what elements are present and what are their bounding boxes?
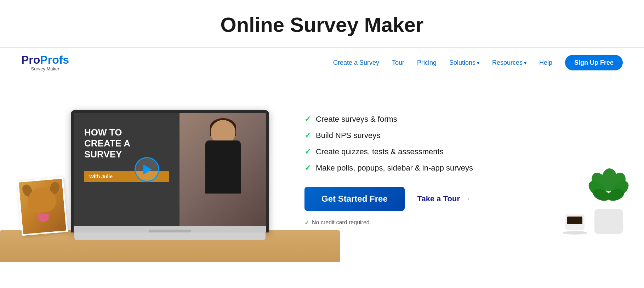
video-title: HOW TO CREATE A SURVEY [84, 127, 169, 160]
feature-text-2: Build NPS surveys [316, 131, 380, 140]
cup-body [565, 214, 585, 230]
page-heading: Online Survey Maker [7, 13, 637, 36]
get-started-button[interactable]: Get Started Free [304, 187, 405, 211]
laptop: HOW TO CREATE A SURVEY With Julie [71, 110, 269, 240]
logo[interactable]: ProProfs Survey Maker [21, 54, 69, 71]
check-icon-1: ✓ [304, 115, 311, 124]
no-cc-check-icon: ✓ [304, 219, 309, 226]
nav-item-tour[interactable]: Tour [392, 59, 404, 67]
dog-tongue [38, 214, 49, 223]
feature-text-4: Make polls, popups, sidebar & in-app sur… [316, 163, 473, 173]
cup-handle [584, 217, 585, 226]
take-tour-arrow: → [463, 194, 471, 203]
check-icon-2: ✓ [304, 131, 311, 140]
plant-leaves [589, 168, 628, 214]
navbar: ProProfs Survey Maker Create a Survey To… [0, 48, 644, 78]
nav-item-solutions[interactable]: Solutions [449, 59, 479, 67]
feature-item-1: ✓ Create surveys & forms [304, 115, 623, 124]
logo-text: ProProfs [21, 54, 69, 65]
play-icon [143, 165, 152, 174]
nav-link-create-survey[interactable]: Create a Survey [333, 59, 379, 66]
take-tour-label: Take a Tour [417, 194, 460, 203]
video-left-panel: HOW TO CREATE A SURVEY With Julie [74, 113, 179, 226]
nav-link-solutions[interactable]: Solutions [449, 59, 479, 66]
feature-text-1: Create surveys & forms [316, 115, 397, 124]
dog-photo [19, 179, 66, 234]
hero-section: HOW TO CREATE A SURVEY With Julie [0, 78, 644, 262]
cta-row: Get Started Free Take a Tour → [304, 187, 623, 211]
nav-item-resources[interactable]: Resources [492, 59, 526, 67]
nav-links: Create a Survey Tour Pricing Solutions R… [333, 59, 623, 67]
laptop-keyboard [74, 232, 266, 240]
features-list: ✓ Create surveys & forms ✓ Build NPS sur… [304, 115, 623, 173]
hero-visual: HOW TO CREATE A SURVEY With Julie [0, 78, 269, 262]
no-cc-text: No credit card required. [312, 219, 371, 226]
nav-item-signup[interactable]: Sign Up Free [565, 59, 623, 67]
cup-coffee-fill [567, 217, 582, 224]
coffee-cup [565, 214, 587, 235]
video-right-panel [179, 113, 266, 226]
feature-item-2: ✓ Build NPS surveys [304, 131, 623, 140]
nav-item-create-survey[interactable]: Create a Survey [333, 59, 379, 67]
signup-button[interactable]: Sign Up Free [565, 55, 623, 70]
take-tour-link[interactable]: Take a Tour → [417, 194, 471, 203]
hero-content: ✓ Create surveys & forms ✓ Build NPS sur… [269, 100, 644, 240]
person-body [205, 140, 241, 194]
play-button[interactable] [135, 157, 159, 182]
nav-item-pricing[interactable]: Pricing [417, 59, 437, 67]
plant-decoration [594, 209, 623, 234]
feature-item-3: ✓ Create quizzes, tests & assessments [304, 147, 623, 156]
person-silhouette [179, 113, 266, 226]
laptop-screen: HOW TO CREATE A SURVEY With Julie [74, 113, 266, 226]
title-bar: Online Survey Maker [0, 0, 644, 48]
feature-item-4: ✓ Make polls, popups, sidebar & in-app s… [304, 163, 623, 173]
dog-photo-frame [17, 177, 68, 236]
logo-subtitle: Survey Maker [21, 66, 69, 71]
nav-item-help[interactable]: Help [539, 59, 552, 67]
logo-profs: Profs [40, 53, 69, 66]
nav-link-help[interactable]: Help [539, 59, 552, 66]
cup-saucer [563, 231, 587, 235]
logo-pro: Pro [21, 53, 40, 66]
nav-link-resources[interactable]: Resources [492, 59, 526, 66]
nav-link-pricing[interactable]: Pricing [417, 59, 437, 66]
laptop-screen-frame: HOW TO CREATE A SURVEY With Julie [71, 110, 269, 232]
nav-link-tour[interactable]: Tour [392, 59, 404, 66]
check-icon-4: ✓ [304, 163, 311, 173]
check-icon-3: ✓ [304, 147, 311, 156]
laptop-base [74, 226, 266, 232]
feature-text-3: Create quizzes, tests & assessments [316, 147, 444, 156]
